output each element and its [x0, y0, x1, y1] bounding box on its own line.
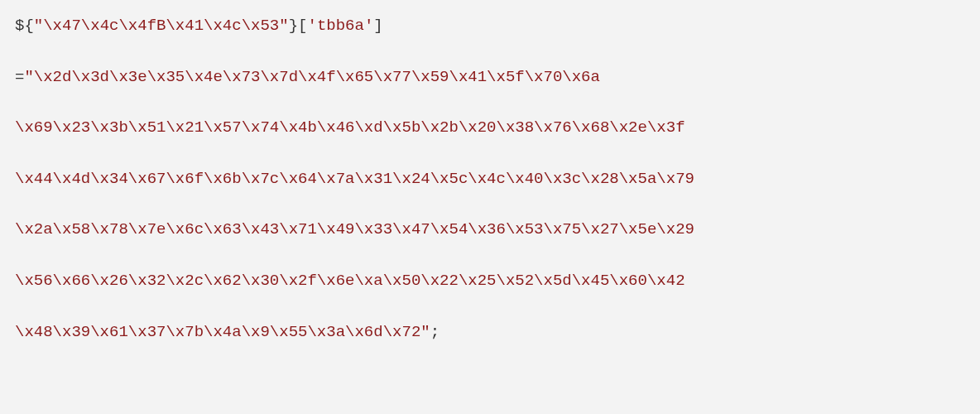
code-line: \x44\x4d\x34\x67\x6f\x6b\x7c\x64\x7a\x31… — [15, 168, 965, 190]
code-block: ${"\x47\x4c\x4fB\x41\x4c\x53"}['tbb6a'] … — [0, 0, 980, 358]
code-token: \x56\x66\x26\x32\x2c\x62\x30\x2f\x6e\xa\… — [15, 272, 685, 290]
code-line: ${"\x47\x4c\x4fB\x41\x4c\x53"}['tbb6a'] — [15, 15, 965, 37]
code-token: \x48\x39\x61\x37\x7b\x4a\x9\x55\x3a\x6d\… — [15, 323, 430, 341]
code-token: = — [15, 68, 24, 86]
code-token: "\x47\x4c\x4fB\x41\x4c\x53" — [34, 17, 289, 35]
code-line: \x56\x66\x26\x32\x2c\x62\x30\x2f\x6e\xa\… — [15, 270, 965, 292]
code-line: \x69\x23\x3b\x51\x21\x57\x74\x4b\x46\xd\… — [15, 117, 965, 139]
code-token: ${ — [15, 17, 34, 35]
code-line: \x48\x39\x61\x37\x7b\x4a\x9\x55\x3a\x6d\… — [15, 321, 965, 344]
code-token: \x2a\x58\x78\x7e\x6c\x63\x43\x71\x49\x33… — [15, 220, 694, 238]
code-line: \x2a\x58\x78\x7e\x6c\x63\x43\x71\x49\x33… — [15, 219, 965, 241]
code-token: \x69\x23\x3b\x51\x21\x57\x74\x4b\x46\xd\… — [15, 118, 685, 137]
code-token: "\x2d\x3d\x3e\x35\x4e\x73\x7d\x4f\x65\x7… — [24, 68, 600, 86]
code-token: 'tbb6a' — [307, 17, 373, 35]
code-token: \x44\x4d\x34\x67\x6f\x6b\x7c\x64\x7a\x31… — [15, 170, 694, 188]
code-token: ; — [430, 323, 440, 341]
code-token: }[ — [289, 17, 308, 35]
code-token: ] — [373, 17, 382, 35]
code-line: ="\x2d\x3d\x3e\x35\x4e\x73\x7d\x4f\x65\x… — [15, 66, 965, 89]
